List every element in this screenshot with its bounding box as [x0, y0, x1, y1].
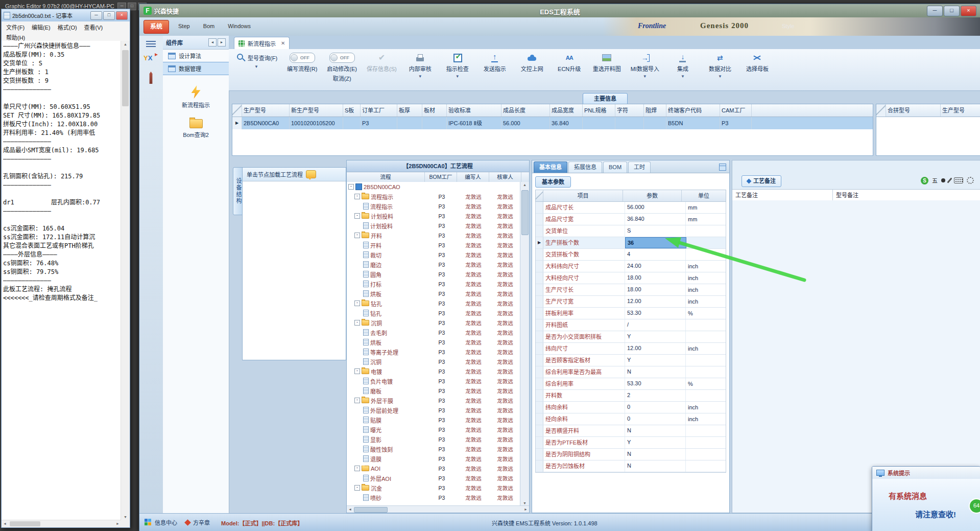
param-value-cell[interactable]: S	[625, 225, 686, 237]
column-header[interactable]: 生产型号	[242, 104, 290, 117]
table-cell[interactable]	[615, 117, 644, 129]
param-value-cell[interactable]: 12.00	[625, 343, 686, 354]
toolbar-button[interactable]: 内部审核▼	[404, 52, 437, 80]
column-header[interactable]: 验收标准	[447, 104, 501, 117]
notepad-menu-item[interactable]: 文件(F)	[3, 22, 28, 32]
toolbar-button[interactable]: 数据对比▼	[704, 52, 736, 80]
param-value-cell[interactable]: 0	[625, 402, 686, 413]
settings-gear-icon[interactable]	[967, 177, 974, 184]
expand-toggle-icon[interactable]: -	[354, 398, 360, 403]
system-menu-button[interactable]: 系统	[144, 20, 169, 34]
param-value-cell[interactable]: /	[625, 319, 686, 331]
notepad-menu-item[interactable]: 编辑(E)	[28, 22, 54, 32]
wubi-input-icon[interactable]: 五	[932, 176, 938, 184]
flow-tree-row[interactable]: -开料P3龙敦远龙敦远	[347, 230, 520, 240]
keyboard-icon[interactable]	[954, 177, 963, 183]
flow-tree-row[interactable]: -电镀P3龙敦远龙敦远	[347, 366, 520, 376]
vertical-scrollbar[interactable]: ▲ ▼	[520, 182, 529, 506]
param-value-cell[interactable]: 36.840	[625, 214, 686, 225]
column-header[interactable]: 板厚	[397, 104, 422, 117]
toolbar-sub-button[interactable]: 取消(Z)	[333, 74, 351, 82]
param-row[interactable]: 成品尺寸宽36.840mm	[536, 214, 726, 225]
param-value-cell[interactable]: 12.00	[625, 296, 686, 307]
expand-toggle-icon[interactable]: -	[348, 184, 354, 190]
param-row[interactable]: 综合利用率是否为最高N	[536, 366, 726, 378]
off-toggle[interactable]: OFF	[290, 53, 315, 63]
column-header[interactable]: 新生产型号	[290, 104, 343, 117]
dropdown-arrow-icon[interactable]: ▼	[718, 74, 722, 79]
tab-基本信息[interactable]: 基本信息	[534, 161, 567, 173]
param-row[interactable]: 是否为阴阳铜结构N	[536, 449, 726, 460]
toolbar-button[interactable]: 发送指示	[479, 52, 511, 74]
param-row[interactable]: 开料图纸/	[536, 319, 726, 331]
param-value-cell[interactable]: Y	[625, 331, 686, 342]
param-row[interactable]: 交货单位S	[536, 225, 726, 237]
table-cell[interactable]	[343, 117, 361, 129]
scroll-right-icon[interactable]: ►	[116, 522, 119, 525]
flow-column-header[interactable]: 核审人	[489, 172, 521, 182]
param-row[interactable]: 生产尺寸宽12.00inch	[536, 296, 726, 308]
table-cell[interactable]	[397, 117, 422, 129]
table-cell[interactable]: 36.840	[550, 117, 583, 129]
param-value-cell[interactable]: N	[625, 449, 686, 460]
table-cell[interactable]: P3	[361, 117, 397, 129]
flow-column-header[interactable]: 流程	[347, 172, 425, 182]
param-value-cell[interactable]: N	[625, 366, 686, 378]
layers-icon[interactable]	[719, 164, 726, 171]
param-row[interactable]: ▶生产拼板个数36	[536, 237, 726, 249]
param-row[interactable]: 经向余料0inch	[536, 413, 726, 425]
notepad-menu-item[interactable]: 格式(O)	[54, 22, 81, 32]
toolbar-button[interactable]: 集成▼	[666, 52, 699, 80]
flow-tree-row[interactable]: 流程指示P3龙敦远龙敦远	[347, 201, 520, 211]
current-user[interactable]: 方辛章	[185, 518, 210, 526]
scroll-down-icon[interactable]: ▼	[520, 501, 529, 505]
scroll-left-icon[interactable]: ◄	[348, 507, 352, 511]
param-row[interactable]: 是否顾客指定板材Y	[536, 355, 726, 366]
table-cell[interactable]: 10010200105200	[290, 117, 343, 129]
maximize-button[interactable]: □	[103, 11, 115, 20]
nav-forward-icon[interactable]: ►	[218, 38, 226, 47]
flow-tree-row[interactable]: 外层前处理P3龙敦远龙敦远	[347, 405, 520, 415]
close-button[interactable]: ×	[116, 11, 128, 20]
flow-tree-row[interactable]: 贴膜P3龙敦远龙敦远	[347, 415, 520, 425]
nav-back-icon[interactable]: ◄	[208, 38, 217, 47]
info-center-button[interactable]: 信息中心	[145, 518, 177, 526]
horizontal-scrollbar[interactable]: ◄ ►	[2, 520, 121, 527]
device-structure-tab[interactable]: 设备结构	[233, 167, 243, 215]
tab-工时[interactable]: 工时	[628, 161, 651, 173]
param-value-cell[interactable]: 0	[625, 413, 686, 425]
style-menu[interactable]: Style	[782, 23, 794, 29]
param-row[interactable]: 纬向余料0inch	[536, 402, 726, 413]
param-column-header[interactable]: 参数	[623, 190, 682, 201]
menu-item-step[interactable]: Step	[178, 23, 190, 29]
popup-body[interactable]: 有系统消息 请注意查收! 64	[872, 479, 980, 531]
flow-tree-row[interactable]: 负片电镀P3龙敦远龙敦远	[347, 376, 520, 386]
expand-toggle-icon[interactable]: -	[354, 301, 360, 306]
column-header[interactable]: 订单工厂	[361, 104, 397, 117]
scroll-right-icon[interactable]: ►	[524, 507, 528, 511]
flow-tree-row[interactable]: -计划投料P3龙敦远龙敦远	[347, 211, 520, 221]
flow-column-header[interactable]: BOM工厂	[425, 172, 457, 182]
minimize-button[interactable]: ─	[927, 6, 943, 16]
param-row[interactable]: 综合利用率53.30%	[536, 378, 726, 390]
dropdown-arrow-icon[interactable]: ▼	[456, 74, 460, 79]
param-column-header[interactable]: 单位	[682, 190, 726, 201]
hamburger-menu-icon[interactable]	[146, 41, 156, 49]
column-header[interactable]: 合拼型号	[886, 104, 941, 117]
table-cell[interactable]: B5DN	[666, 117, 720, 129]
column-header[interactable]: S板	[343, 104, 361, 117]
library-item[interactable]: Bom查询2	[163, 119, 229, 138]
table-cell[interactable]	[583, 117, 615, 129]
close-tab-icon[interactable]: ✕	[281, 40, 285, 46]
close-button[interactable]: ×	[961, 6, 976, 16]
flow-tree-row[interactable]: -流程指示P3龙敦远龙敦远	[347, 192, 520, 201]
scrollbar-thumb[interactable]	[10, 521, 40, 526]
expand-toggle-icon[interactable]: -	[354, 213, 360, 219]
flow-tree-row[interactable]: 裁切P3龙敦远龙敦远	[347, 250, 520, 260]
param-column-header[interactable]: 项目	[543, 190, 623, 201]
process-notes-tab[interactable]: 工艺备注	[742, 175, 781, 187]
toolbar-button[interactable]: 重选开料图	[590, 52, 624, 74]
notes-column-header[interactable]: 型号备注	[833, 190, 980, 201]
flow-tree-row[interactable]: 外层AOIP3龙敦远龙敦远	[347, 473, 520, 483]
flow-tree-row[interactable]: -外层干膜P3龙敦远龙敦远	[347, 396, 520, 405]
